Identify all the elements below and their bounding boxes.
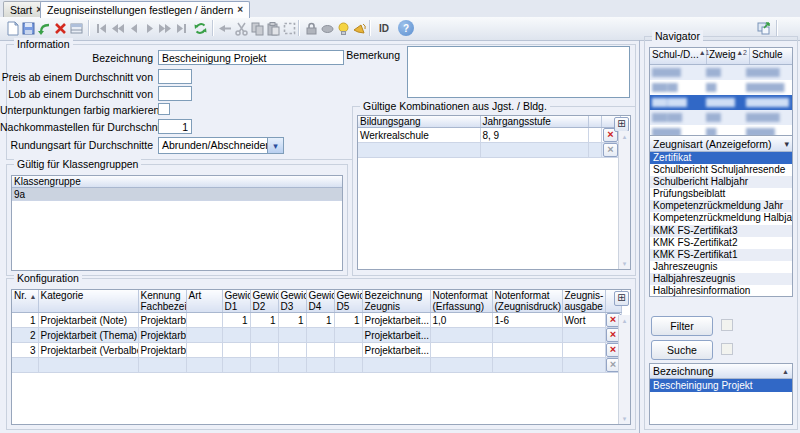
list-item[interactable]: Schulbericht Halbjahr (650, 176, 792, 188)
col-bezeichnung-zeugnis[interactable]: BezeichnungZeugnis (362, 290, 430, 313)
sort-asc-icon: ▲ (30, 293, 37, 300)
col-gewicht-d5[interactable]: GewichtD5 (334, 290, 362, 313)
col-nr[interactable]: Nr. ▲ (12, 290, 38, 313)
help-icon[interactable]: ? (398, 20, 414, 36)
col-zeugnisausgabe[interactable]: Zeugnis-ausgabe (562, 290, 605, 313)
vertical-scrollbar[interactable]: ▴ ▾ (618, 131, 630, 269)
id-button[interactable]: ID (374, 20, 394, 36)
nav-first-icon[interactable] (93, 20, 109, 36)
suche-checkbox (721, 343, 733, 355)
list-item-selected[interactable]: Bescheinigung Projekt (650, 379, 792, 392)
list-item[interactable]: Halbjahreszeugnis (650, 273, 792, 285)
chevron-down-icon[interactable]: ▾ (267, 138, 283, 153)
cut-icon[interactable] (233, 20, 249, 36)
col-kennung[interactable]: KennungFachbezeichnu (138, 290, 186, 313)
table-row[interactable]: ███ ██ ██ ████████ (650, 80, 792, 95)
add-row-icon[interactable]: ⊞ (614, 117, 629, 132)
filter-button[interactable]: Filter (651, 316, 713, 336)
new-document-icon[interactable] (4, 20, 20, 36)
bemerkung-textarea[interactable] (407, 46, 630, 98)
unterpunktungen-checkbox[interactable] (158, 103, 170, 115)
lob-input[interactable] (158, 86, 192, 101)
copy-icon[interactable] (249, 20, 265, 36)
zeugnisart-header[interactable]: Zeugnisart (Anzeigeform) ▾ (650, 136, 792, 152)
col-gewicht-d1[interactable]: GewichtD1 (222, 290, 250, 313)
bildungsgang-cell[interactable]: Werkrealschule (358, 128, 480, 143)
col-notenformat-erfassung[interactable]: Notenformat(Erfassung) (430, 290, 492, 313)
toolbar-separator (776, 20, 778, 36)
kombinationen-col-spare (588, 116, 601, 128)
table-row[interactable]: 1 Projektarbeit (Note) Projektarbei... 1… (12, 313, 621, 328)
col-notenformat-zeugnisdruck[interactable]: Notenformat(Zeugnisdruck) (492, 290, 562, 313)
nav-fast-forward-icon[interactable] (157, 20, 173, 36)
table-row[interactable]: 2 Projektarbeit (Thema) Projektarbei... … (12, 328, 621, 343)
toolbar-separator (369, 20, 371, 36)
undock-icon[interactable] (755, 20, 771, 36)
scroll-up-icon[interactable]: ▴ (619, 132, 630, 141)
refresh-icon[interactable] (192, 20, 208, 36)
scroll-down-icon[interactable]: ▾ (619, 414, 630, 423)
list-item[interactable]: Halbjahresinformation (650, 285, 792, 297)
horn-icon[interactable] (351, 20, 367, 36)
list-item[interactable]: KMK FS-Zertifikat2 (650, 237, 792, 249)
col-kategorie[interactable]: Kategorie (38, 290, 138, 313)
nav-fast-back-icon[interactable] (109, 20, 125, 36)
nav-col-schule-dienst[interactable]: Schul-/D...▲1 (650, 48, 707, 64)
list-item[interactable]: Prüfungsbeiblatt (650, 188, 792, 200)
toolbar-separator (212, 20, 214, 36)
save-icon[interactable] (20, 20, 36, 36)
list-item[interactable]: KMK FS-Zertifikat1 (650, 249, 792, 261)
lock-icon[interactable] (303, 20, 319, 36)
kombinationen-col-bildungsgang[interactable]: Bildungsgang (358, 116, 480, 128)
list-item[interactable]: Kompetenzrückmeldung Jahr (650, 200, 792, 212)
kombinationen-col-jahrgangsstufe[interactable]: Jahrgangsstufe (480, 116, 588, 128)
col-art[interactable]: Art (186, 290, 222, 313)
undo-icon[interactable] (36, 20, 52, 36)
klassengruppe-col[interactable]: Klassengruppe (12, 176, 342, 188)
nav-last-icon[interactable] (173, 20, 189, 36)
paste-icon[interactable] (265, 20, 281, 36)
navigator-group-title: Navigator (652, 30, 703, 42)
ergebnis-header[interactable]: Bezeichnung ▲ (650, 364, 792, 379)
table-row[interactable]: × (12, 358, 621, 373)
table-row[interactable]: 9a (12, 188, 342, 201)
nav-forward-icon[interactable] (141, 20, 157, 36)
nav-col-zweig[interactable]: Zweig▲2 (707, 48, 750, 64)
ellipse-icon[interactable] (319, 20, 335, 36)
select-region-icon[interactable] (281, 20, 297, 36)
tab-zeugniseinstellungen[interactable]: Zeugniseinstellungen festlegen / ändern … (40, 1, 250, 18)
table-row[interactable]: × (358, 143, 620, 158)
nachkommastellen-input[interactable] (158, 119, 192, 134)
table-row-selected[interactable]: ███ ████ ██████ █████████ (650, 95, 792, 110)
list-item[interactable]: Schulbericht Schuljahresende (650, 164, 792, 176)
rundungsart-select[interactable]: Abrunden/Abschneiden ▾ (158, 137, 284, 154)
dropdown-arrow-icon[interactable]: ▾ (784, 139, 789, 149)
navigator-table: Schul-/D...▲1 Zweig▲2 Schule ██████ ███ … (649, 47, 793, 139)
lightbulb-icon[interactable] (335, 20, 351, 36)
table-row[interactable]: ██████ ███ ███████ (650, 65, 792, 80)
form-icon[interactable] (68, 20, 84, 36)
add-row-icon[interactable]: ⊞ (614, 291, 629, 306)
scroll-up-icon[interactable]: ▴ (619, 316, 630, 325)
list-item[interactable]: Zertifikat (650, 152, 792, 164)
close-icon[interactable]: × (237, 5, 243, 15)
col-gewicht-d3[interactable]: GewichtD3 (278, 290, 306, 313)
preis-input[interactable] (158, 69, 192, 84)
table-row[interactable]: ███ ███ ███ ███████ (650, 110, 792, 125)
col-gewicht-d2[interactable]: GewichtD2 (250, 290, 278, 313)
klassengruppe-cell[interactable]: 9a (12, 188, 342, 201)
table-row[interactable]: 3 Projektarbeit (Verbalbeurteilung) Proj… (12, 343, 621, 358)
vertical-scrollbar[interactable]: ▴ ▾ (618, 315, 630, 424)
table-row[interactable]: Werkrealschule 8, 9 × (358, 128, 620, 143)
back-arrow-icon[interactable] (217, 20, 233, 36)
list-item[interactable]: Kompetenzrückmeldung Halbjahr (650, 212, 792, 224)
list-item[interactable]: KMK FS-Zertifikat3 (650, 225, 792, 237)
jahrgangsstufe-cell[interactable]: 8, 9 (480, 128, 588, 143)
nav-col-schule[interactable]: Schule (750, 48, 792, 64)
scroll-down-icon[interactable]: ▾ (619, 259, 630, 268)
delete-icon[interactable] (52, 20, 68, 36)
col-gewicht-d4[interactable]: GewichtD4 (306, 290, 334, 313)
nav-back-icon[interactable] (125, 20, 141, 36)
list-item[interactable]: Jahreszeugnis (650, 261, 792, 273)
suche-button[interactable]: Suche (651, 340, 713, 360)
